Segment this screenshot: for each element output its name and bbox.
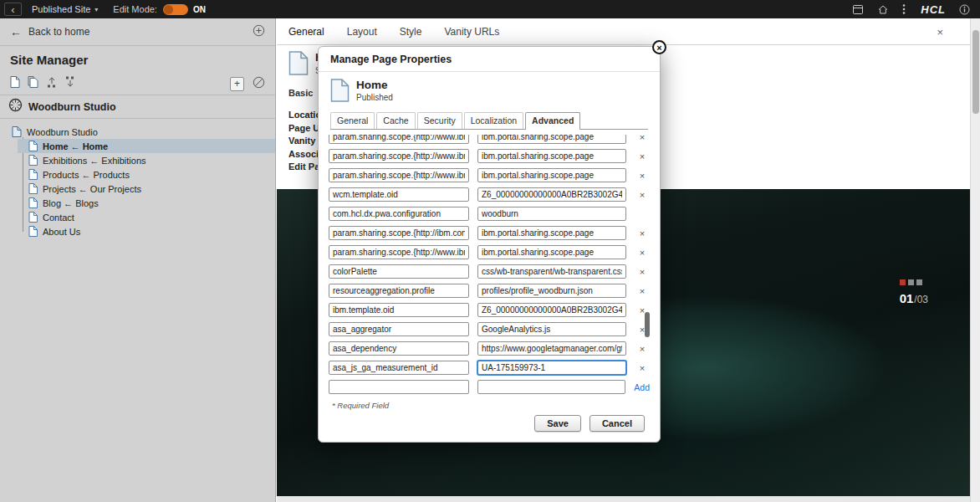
- remove-property-button[interactable]: ×: [635, 190, 650, 200]
- tree-item-label: Exhibitions ← Exhibitions: [43, 156, 146, 166]
- property-key-input[interactable]: [329, 207, 469, 221]
- property-value-input[interactable]: [477, 322, 626, 336]
- new-page-icon[interactable]: [10, 76, 20, 91]
- page-icon: [28, 183, 38, 194]
- horizontal-scrollbar[interactable]: [277, 496, 970, 502]
- tree-item[interactable]: Products ← Products: [18, 167, 275, 182]
- modal-close-button[interactable]: ×: [652, 40, 666, 54]
- property-value-input[interactable]: [477, 207, 626, 221]
- property-key-input[interactable]: [329, 284, 469, 298]
- property-key-input[interactable]: [329, 322, 469, 336]
- remove-property-button[interactable]: ×: [635, 363, 650, 373]
- property-row: ×: [329, 262, 650, 281]
- property-value-input[interactable]: [477, 168, 626, 182]
- property-value-input[interactable]: [477, 149, 626, 163]
- property-key-input[interactable]: [329, 361, 469, 375]
- modal-list-scrollbar-thumb[interactable]: [645, 312, 650, 337]
- property-key-input[interactable]: [329, 187, 469, 202]
- content-tab[interactable]: Layout: [347, 26, 377, 38]
- content-tab[interactable]: General: [288, 26, 324, 38]
- property-value-input[interactable]: [477, 341, 626, 356]
- property-key-input[interactable]: [329, 149, 469, 163]
- info-icon[interactable]: [959, 4, 970, 15]
- remove-property-button[interactable]: ×: [635, 267, 650, 277]
- tree-item[interactable]: Exhibitions ← Exhibitions: [18, 153, 275, 167]
- tree-item-label: Products ← Products: [43, 170, 130, 180]
- window-icon[interactable]: [852, 4, 864, 15]
- tree-root[interactable]: Woodburn Studio: [0, 125, 275, 139]
- content-tab[interactable]: Vanity URLs: [444, 26, 499, 38]
- circle-slash-icon[interactable]: [253, 76, 265, 92]
- remove-property-button[interactable]: ×: [635, 151, 650, 161]
- remove-property-button[interactable]: ×: [635, 228, 650, 238]
- save-button[interactable]: Save: [534, 415, 581, 432]
- modal-tabs: General Cache Security Localization Adva…: [330, 112, 648, 130]
- tree-item-label: Contact: [43, 213, 74, 223]
- modal-tab[interactable]: Cache: [376, 112, 415, 129]
- scrollbar-thumb[interactable]: [972, 30, 979, 114]
- property-value-input[interactable]: [477, 245, 626, 259]
- move-up-icon[interactable]: [46, 76, 57, 91]
- property-key-input[interactable]: [329, 135, 469, 144]
- tree-item[interactable]: Blog ← Blogs: [18, 196, 275, 210]
- property-key-input[interactable]: [329, 168, 469, 182]
- page-icon: [28, 155, 38, 166]
- property-value-input[interactable]: [477, 361, 626, 375]
- sidebar-toolbar: +: [0, 73, 275, 95]
- site-header[interactable]: Woodburn Studio: [0, 95, 275, 119]
- sidebar-title: Site Manager: [0, 46, 275, 73]
- page-tree: Woodburn Studio Home ← Home Exhibitions …: [0, 119, 275, 238]
- tree-item-label: Home ← Home: [43, 141, 108, 151]
- modal-tab[interactable]: Security: [417, 112, 462, 129]
- published-site-label: Published Site: [32, 4, 90, 14]
- home-icon[interactable]: [877, 4, 889, 15]
- tree-item[interactable]: Contact: [18, 210, 275, 224]
- property-key-input[interactable]: [329, 245, 469, 259]
- add-property-button[interactable]: Add: [634, 382, 650, 392]
- page-icon: [28, 226, 38, 237]
- add-page-button[interactable]: +: [230, 77, 244, 91]
- page-icon: [28, 212, 38, 223]
- copy-page-icon[interactable]: [28, 76, 38, 91]
- caret-down-icon: ▾: [94, 6, 98, 13]
- circle-plus-icon[interactable]: [253, 24, 265, 39]
- property-value-input[interactable]: [477, 226, 626, 240]
- property-key-input[interactable]: [329, 380, 469, 394]
- manage-page-properties-dialog: × Manage Page Properties Home Published …: [318, 46, 661, 443]
- property-value-input[interactable]: [477, 187, 626, 202]
- property-value-input[interactable]: [477, 264, 626, 279]
- slide-indicator: 01 /03: [900, 279, 928, 305]
- modal-tab[interactable]: Localization: [464, 112, 523, 129]
- cancel-button[interactable]: Cancel: [590, 415, 645, 432]
- tree-item[interactable]: Projects ← Our Projects: [18, 182, 275, 196]
- property-value-input[interactable]: [477, 284, 626, 298]
- back-to-home[interactable]: ← Back to home: [0, 18, 275, 46]
- hcl-logo: HCL: [921, 3, 946, 16]
- modal-tab[interactable]: General: [330, 112, 375, 129]
- move-down-icon[interactable]: [64, 76, 75, 91]
- remove-property-button[interactable]: ×: [635, 286, 650, 296]
- modal-page-icon: [330, 79, 350, 105]
- content-subtab[interactable]: Basic: [288, 88, 313, 98]
- remove-property-button[interactable]: ×: [635, 135, 650, 142]
- content-close-icon[interactable]: ×: [937, 26, 943, 38]
- property-key-input[interactable]: [329, 264, 469, 279]
- content-tab[interactable]: Style: [400, 26, 422, 38]
- edit-mode-toggle[interactable]: [163, 4, 188, 15]
- property-value-input[interactable]: [477, 303, 626, 317]
- remove-property-button[interactable]: ×: [635, 248, 650, 258]
- vertical-scrollbar[interactable]: [970, 18, 980, 502]
- remove-property-button[interactable]: ×: [635, 171, 650, 181]
- kebab-menu-icon[interactable]: [902, 3, 906, 15]
- back-button[interactable]: ‹: [4, 3, 22, 16]
- property-value-input[interactable]: [477, 135, 626, 144]
- property-value-input[interactable]: [477, 380, 626, 394]
- tree-item[interactable]: About Us: [18, 224, 275, 238]
- published-site-menu[interactable]: Published Site ▾: [32, 4, 98, 14]
- remove-property-button[interactable]: ×: [635, 344, 650, 354]
- property-key-input[interactable]: [329, 341, 469, 356]
- property-key-input[interactable]: [329, 226, 469, 240]
- modal-tab[interactable]: Advanced: [525, 112, 580, 130]
- property-key-input[interactable]: [329, 303, 469, 317]
- tree-item[interactable]: Home ← Home: [18, 139, 275, 153]
